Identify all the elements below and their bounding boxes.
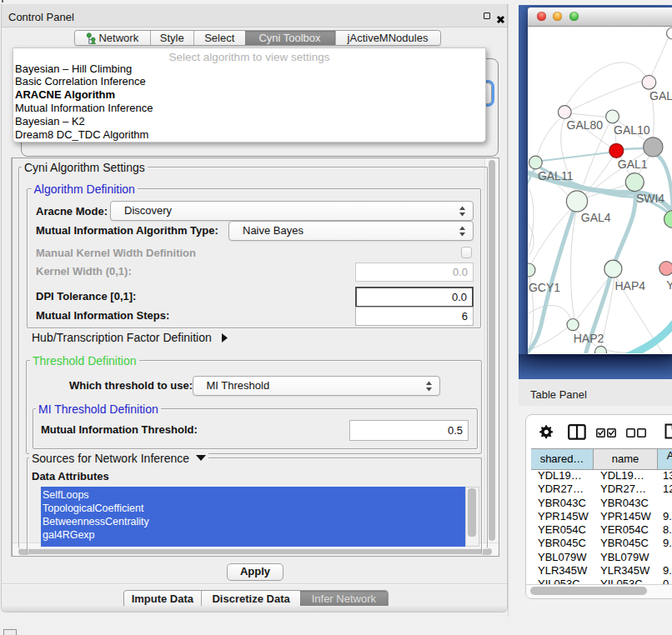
svg-text:GCY1: GCY1 (529, 281, 560, 294)
svg-text:GAL10: GAL10 (614, 123, 650, 137)
svg-text:HAP2: HAP2 (574, 332, 604, 345)
svg-text:HAP4: HAP4 (615, 279, 646, 292)
svg-text:GAL80: GAL80 (567, 118, 604, 132)
svg-text:Y: Y (666, 278, 672, 292)
svg-text:GAL11: GAL11 (538, 169, 574, 182)
svg-text:GAL4: GAL4 (581, 211, 611, 224)
svg-text:GAL1: GAL1 (618, 158, 648, 171)
svg-text:GAL2: GAL2 (649, 89, 672, 102)
svg-text:SWI4: SWI4 (636, 192, 664, 205)
